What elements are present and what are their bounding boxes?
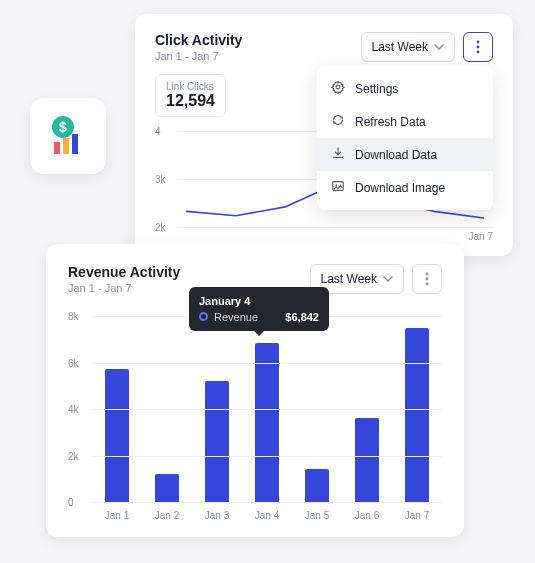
metric-label: Link Clicks xyxy=(166,81,215,92)
revenue-x-axis: Jan 1Jan 2Jan 3Jan 4Jan 5Jan 6Jan 7 xyxy=(92,510,442,521)
menu-item-label: Download Image xyxy=(355,181,445,195)
svg-rect-4 xyxy=(72,134,78,154)
finance-icon-card: $ xyxy=(30,98,106,174)
refresh-icon xyxy=(331,113,345,130)
y-tick: 4 xyxy=(155,126,161,137)
y-tick: 0 xyxy=(68,497,74,508)
x-tick: Jan 5 xyxy=(292,510,342,521)
chevron-down-icon xyxy=(434,42,444,52)
finance-analytics-icon: $ xyxy=(46,114,90,158)
svg-point-11 xyxy=(426,278,429,281)
revenue-date-range: Jan 1 - Jan 7 xyxy=(68,282,180,294)
image-icon xyxy=(331,179,345,196)
revenue-title: Revenue Activity xyxy=(68,264,180,280)
y-tick: 4k xyxy=(68,404,79,415)
x-tick: Jan 6 xyxy=(342,510,392,521)
x-tick: Jan 4 xyxy=(242,510,292,521)
click-options-menu: SettingsRefresh DataDownload DataDownloa… xyxy=(317,66,493,210)
click-activity-card: Click Activity Jan 1 - Jan 7 Last Week L… xyxy=(135,14,513,256)
menu-item-download-data[interactable]: Download Data xyxy=(317,138,493,171)
revenue-bar-chart: January 4 Revenue $6,842 8k6k4k2k0 xyxy=(68,316,442,502)
grid-line xyxy=(92,409,442,410)
y-tick: 2k xyxy=(155,222,166,233)
grid-line xyxy=(177,227,493,228)
bar[interactable] xyxy=(205,381,229,502)
click-x-axis: Jan 7 xyxy=(177,231,493,242)
y-tick: 6k xyxy=(68,357,79,368)
y-tick: 8k xyxy=(68,311,79,322)
kebab-icon xyxy=(425,272,429,286)
y-tick: 2k xyxy=(68,450,79,461)
tooltip-title: January 4 xyxy=(199,295,319,307)
link-clicks-metric: Link Clicks 12,594 xyxy=(155,74,226,117)
menu-item-label: Settings xyxy=(355,82,398,96)
revenue-activity-card: Revenue Activity Jan 1 - Jan 7 Last Week… xyxy=(46,244,464,537)
x-tick: Jan 7 xyxy=(448,231,493,242)
menu-item-download-image[interactable]: Download Image xyxy=(317,171,493,204)
svg-point-10 xyxy=(426,273,429,276)
gear-icon xyxy=(331,80,345,97)
svg-point-5 xyxy=(477,41,480,44)
metric-value: 12,594 xyxy=(166,92,215,110)
x-tick: Jan 7 xyxy=(392,510,442,521)
svg-point-6 xyxy=(477,46,480,49)
click-range-dropdown[interactable]: Last Week xyxy=(361,32,455,62)
click-date-range: Jan 1 - Jan 7 xyxy=(155,50,242,62)
bar[interactable] xyxy=(155,474,179,502)
bar[interactable] xyxy=(255,343,279,502)
bar[interactable] xyxy=(355,418,379,502)
kebab-icon xyxy=(476,40,480,54)
menu-item-label: Download Data xyxy=(355,148,437,162)
y-tick: 3k xyxy=(155,174,166,185)
grid-line xyxy=(92,502,442,503)
click-range-label: Last Week xyxy=(372,40,428,54)
grid-line xyxy=(92,363,442,364)
menu-item-refresh-data[interactable]: Refresh Data xyxy=(317,105,493,138)
revenue-range-label: Last Week xyxy=(321,272,377,286)
tooltip-value: $6,842 xyxy=(285,311,319,323)
x-tick: Jan 3 xyxy=(192,510,242,521)
bar[interactable] xyxy=(105,369,129,502)
svg-point-9 xyxy=(335,184,337,186)
svg-rect-2 xyxy=(54,142,60,154)
svg-point-7 xyxy=(477,51,480,54)
download-icon xyxy=(331,146,345,163)
bar[interactable] xyxy=(305,469,329,502)
x-tick: Jan 1 xyxy=(92,510,142,521)
click-more-button[interactable] xyxy=(463,32,493,62)
menu-item-label: Refresh Data xyxy=(355,115,426,129)
svg-point-12 xyxy=(426,283,429,286)
menu-item-settings[interactable]: Settings xyxy=(317,72,493,105)
revenue-tooltip: January 4 Revenue $6,842 xyxy=(189,287,329,331)
chevron-down-icon xyxy=(383,274,393,284)
tooltip-series: Revenue xyxy=(214,311,258,323)
series-dot-icon xyxy=(199,312,208,321)
x-tick: Jan 2 xyxy=(142,510,192,521)
grid-line xyxy=(92,456,442,457)
click-title: Click Activity xyxy=(155,32,242,48)
revenue-more-button[interactable] xyxy=(412,264,442,294)
svg-rect-3 xyxy=(63,138,69,154)
svg-text:$: $ xyxy=(59,119,67,135)
bar[interactable] xyxy=(405,328,429,502)
